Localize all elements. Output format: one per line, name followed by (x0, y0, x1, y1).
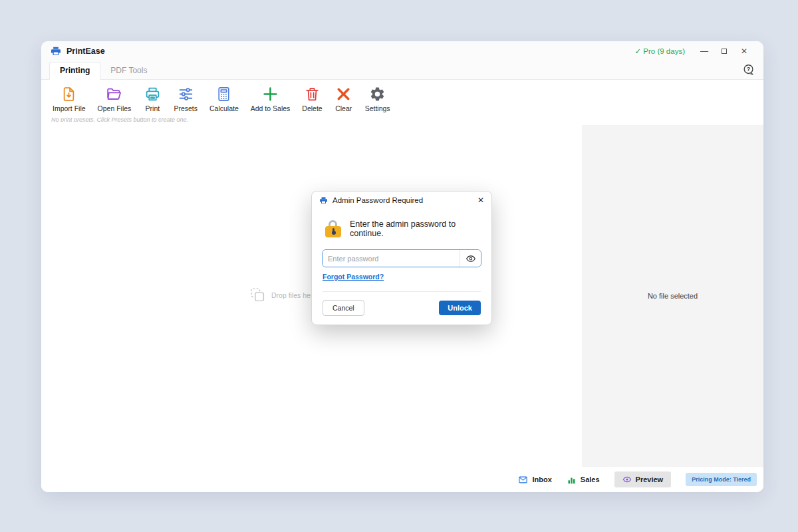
admin-password-dialog: Admin Password Required ✕ Enter the admi… (311, 191, 492, 325)
preview-eye-icon (622, 475, 632, 484)
presets-icon (178, 86, 194, 102)
drop-zone-label: Drop files here (271, 291, 317, 299)
import-file-button[interactable]: Import File (47, 86, 92, 112)
sales-chart-icon (567, 475, 577, 485)
dialog-titlebar: Admin Password Required ✕ (312, 192, 491, 209)
sales-label: Sales (581, 475, 600, 483)
preview-panel: No file selected (582, 125, 763, 467)
sales-button[interactable]: Sales (567, 475, 600, 485)
tool-label: Open Files (98, 104, 132, 112)
minimize-button[interactable]: — (694, 47, 714, 56)
printer-logo-icon (51, 47, 61, 56)
settings-button[interactable]: Settings (359, 86, 396, 112)
titlebar: PrintEase ✓ Pro (9 days) — ✕ (41, 41, 763, 61)
tab-bar: Printing PDF Tools ? (41, 61, 763, 80)
status-bar: Inbox Sales Preview Pricing Mode: Tiered (41, 467, 763, 492)
tool-label: Calculate (209, 104, 239, 112)
import-file-icon (61, 86, 77, 102)
dialog-button-row: Cancel Unlock (323, 300, 481, 316)
add-to-sales-button[interactable]: Add to Sales (245, 86, 297, 112)
tab-printing[interactable]: Printing (49, 62, 100, 80)
tool-label: Import File (53, 104, 86, 112)
inbox-envelope-icon (518, 475, 528, 485)
cancel-button[interactable]: Cancel (323, 300, 364, 316)
svg-text:?: ? (747, 66, 751, 72)
pricing-mode-badge[interactable]: Pricing Mode: Tiered (686, 473, 757, 486)
password-field-wrapper (322, 249, 481, 267)
password-input[interactable] (323, 250, 460, 267)
inbox-label: Inbox (532, 475, 551, 483)
dialog-title: Admin Password Required (332, 196, 473, 204)
dialog-close-button[interactable]: ✕ (477, 196, 484, 204)
toggle-password-visibility-button[interactable] (460, 250, 481, 267)
add-to-sales-icon (262, 86, 279, 102)
app-window: PrintEase ✓ Pro (9 days) — ✕ Printing PD… (41, 41, 763, 492)
unlock-button[interactable]: Unlock (439, 301, 481, 315)
app-title: PrintEase (66, 47, 105, 56)
tool-label: Clear (335, 104, 352, 112)
drop-files-icon (249, 287, 266, 303)
print-icon (144, 86, 161, 102)
toolbar: Import File Open Files Print (41, 80, 763, 114)
tool-label: Settings (365, 104, 390, 112)
settings-icon (369, 86, 386, 102)
dialog-message: Enter the admin password to continue. (350, 219, 491, 238)
calculate-icon (215, 86, 232, 102)
license-status: ✓ Pro (9 days) (635, 47, 685, 56)
forgot-password-link[interactable]: Forgot Password? (323, 273, 384, 281)
tool-label: Add to Sales (251, 104, 291, 112)
open-files-button[interactable]: Open Files (92, 86, 138, 112)
dialog-divider (323, 291, 481, 292)
maximize-icon (722, 49, 727, 54)
delete-icon (304, 86, 321, 102)
eye-icon (466, 253, 476, 264)
tool-label: Presets (174, 104, 198, 112)
tool-label: Delete (302, 104, 322, 112)
tab-pdf-tools[interactable]: PDF Tools (100, 63, 157, 79)
window-controls: — ✕ (694, 47, 754, 56)
inbox-button[interactable]: Inbox (518, 475, 551, 485)
no-file-selected-text: No file selected (648, 292, 698, 300)
help-icon[interactable]: ? (742, 63, 755, 76)
tool-label: Print (146, 104, 160, 112)
drop-zone[interactable]: Drop files here (249, 287, 317, 303)
clear-button[interactable]: Clear (329, 86, 359, 112)
open-files-icon (106, 86, 122, 102)
delete-button[interactable]: Delete (296, 86, 328, 112)
presets-button[interactable]: Presets (168, 86, 203, 112)
dialog-message-row: Enter the admin password to continue. (325, 219, 491, 238)
close-button[interactable]: ✕ (734, 47, 754, 56)
preview-label: Preview (636, 475, 664, 483)
printer-logo-icon (319, 197, 328, 204)
calculate-button[interactable]: Calculate (203, 86, 245, 112)
preview-button[interactable]: Preview (614, 471, 672, 487)
lock-icon (325, 220, 342, 237)
maximize-button[interactable] (714, 47, 734, 56)
clear-icon (335, 86, 352, 102)
print-button[interactable]: Print (137, 86, 168, 112)
